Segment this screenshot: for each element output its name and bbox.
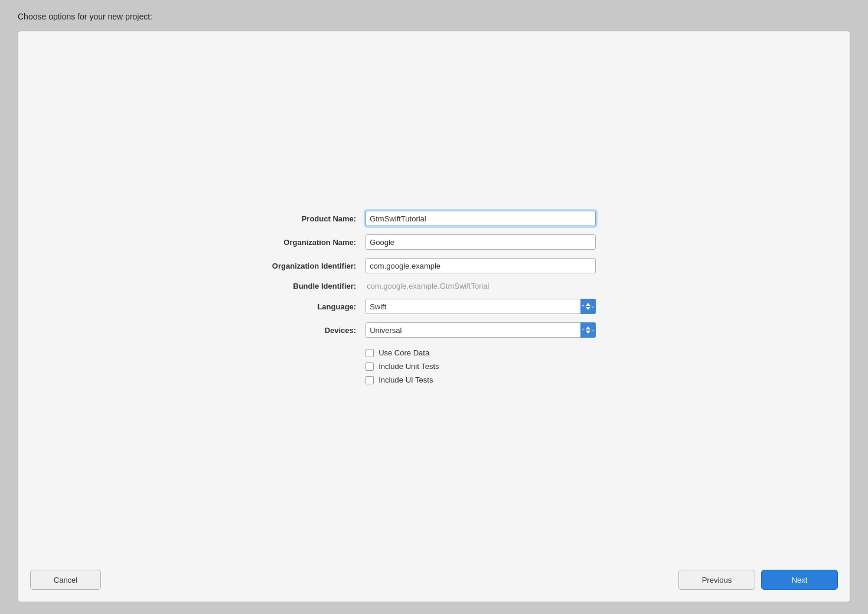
btn-group: Previous Next: [678, 570, 838, 590]
page-title: Choose options for your new project:: [18, 12, 850, 21]
devices-label: Devices:: [233, 326, 360, 335]
org-name-label: Organization Name:: [233, 238, 360, 247]
bundle-identifier-label: Bundle Identifier:: [233, 282, 360, 290]
cancel-button[interactable]: Cancel: [30, 570, 101, 590]
org-identifier-input[interactable]: [366, 258, 596, 273]
use-core-data-row[interactable]: Use Core Data: [366, 348, 635, 357]
org-name-control: [366, 234, 635, 250]
buttons-row: Cancel Previous Next: [30, 564, 838, 590]
include-unit-tests-row[interactable]: Include Unit Tests: [366, 362, 635, 371]
language-select[interactable]: Swift Objective-C: [366, 299, 596, 314]
devices-select-wrapper: Universal iPhone iPad: [366, 322, 596, 338]
org-name-input[interactable]: [366, 234, 596, 250]
product-name-label: Product Name:: [233, 214, 360, 223]
include-ui-tests-label: Include UI Tests: [378, 375, 433, 384]
dialog-container: Product Name: Organization Name: Organiz…: [18, 31, 850, 602]
use-core-data-label: Use Core Data: [378, 348, 429, 357]
form-area: Product Name: Organization Name: Organiz…: [30, 55, 838, 564]
form-table: Product Name: Organization Name: Organiz…: [233, 211, 635, 384]
previous-button[interactable]: Previous: [678, 570, 755, 590]
include-unit-tests-checkbox[interactable]: [366, 362, 374, 371]
use-core-data-checkbox[interactable]: [366, 349, 374, 357]
next-button[interactable]: Next: [761, 570, 838, 590]
bundle-identifier-value: com.google.example.GtmSwiftTorial: [366, 282, 596, 290]
include-ui-tests-checkbox[interactable]: [366, 376, 374, 384]
product-name-input[interactable]: [366, 211, 596, 226]
devices-control: Universal iPhone iPad: [366, 322, 635, 338]
language-label: Language:: [233, 302, 360, 311]
devices-select[interactable]: Universal iPhone iPad: [366, 322, 596, 338]
bundle-identifier-control: com.google.example.GtmSwiftTorial: [366, 282, 635, 290]
checkboxes-area: Use Core Data Include Unit Tests Include…: [366, 348, 635, 384]
org-identifier-label: Organization Identifier:: [233, 262, 360, 270]
org-identifier-control: [366, 258, 635, 273]
language-select-wrapper: Swift Objective-C: [366, 299, 596, 314]
product-name-control: [366, 211, 635, 226]
include-unit-tests-label: Include Unit Tests: [378, 362, 439, 371]
language-control: Swift Objective-C: [366, 299, 635, 314]
include-ui-tests-row[interactable]: Include UI Tests: [366, 375, 635, 384]
